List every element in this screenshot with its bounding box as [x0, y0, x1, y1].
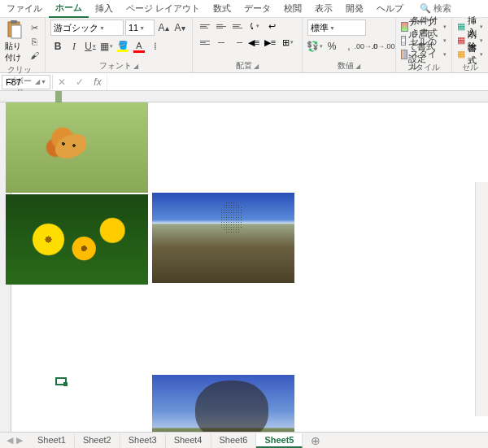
chevron-down-icon: ▼ — [329, 25, 335, 31]
chevron-down-icon: ▼ — [139, 25, 145, 31]
font-name-value: 游ゴシック — [54, 22, 98, 34]
number-launcher[interactable]: ◢ — [355, 63, 360, 70]
decrease-font-button[interactable]: A▾ — [172, 20, 187, 35]
paste-icon — [5, 20, 24, 39]
new-sheet-button[interactable]: ⊕ — [303, 434, 329, 447]
formula-input[interactable] — [107, 73, 488, 90]
active-cell-cursor — [55, 377, 67, 385]
tab-help[interactable]: ヘルプ — [370, 0, 410, 17]
decrease-decimal-button[interactable]: .0→.00 — [376, 39, 390, 54]
vertical-scrollbar[interactable] — [475, 182, 488, 416]
font-size-combo[interactable]: 11▼ — [125, 20, 155, 36]
font-name-combo[interactable]: 游ゴシック▼ — [50, 20, 124, 36]
svg-rect-2 — [11, 20, 17, 24]
cell-styles-icon — [401, 50, 407, 59]
styles-group-label: スタイル — [407, 62, 440, 73]
border-button[interactable]: ▦▾ — [99, 39, 114, 54]
tab-file[interactable]: ファイル — [0, 0, 49, 17]
enter-formula-button[interactable]: ✓ — [71, 76, 89, 88]
underline-button[interactable]: U▾ — [83, 39, 98, 54]
format-painter-button[interactable]: 🖌 — [28, 50, 40, 61]
alignment-group-label: 配置 — [236, 60, 252, 72]
image-bare-tree-field-path-sky[interactable] — [152, 193, 294, 283]
align-right-button[interactable] — [230, 36, 245, 49]
cancel-formula-button[interactable]: ✕ — [53, 76, 71, 88]
group-cells: ▦挿入▾ ▦削除▾ ▦書式▾ セル — [452, 18, 488, 72]
tab-formulas[interactable]: 数式 — [207, 0, 237, 17]
fill-color-button[interactable]: 🪣 — [115, 39, 130, 54]
font-color-button[interactable]: A — [132, 39, 146, 54]
number-format-combo[interactable]: 標準▼ — [307, 20, 366, 36]
align-bottom-button[interactable] — [230, 20, 245, 33]
percent-button[interactable]: % — [325, 39, 339, 54]
tab-developer[interactable]: 開発 — [339, 0, 370, 17]
align-center-button[interactable] — [214, 36, 229, 49]
paste-button[interactable]: 貼り付け — [5, 20, 24, 63]
image-leafless-tree-lakeside[interactable] — [152, 375, 294, 433]
copy-button[interactable]: ⎘ — [28, 36, 40, 47]
merge-button[interactable]: ⊞▾ — [279, 36, 297, 49]
column-headers[interactable] — [0, 91, 488, 102]
tab-view[interactable]: 表示 — [308, 0, 339, 17]
format-icon: ▦ — [457, 49, 465, 59]
search-icon: 🔍 — [420, 3, 431, 14]
svg-rect-1 — [11, 25, 21, 38]
sheet-tab-sheet5[interactable]: Sheet5 — [256, 433, 303, 448]
embedded-images — [6, 102, 148, 433]
chevron-down-icon: ▾ — [110, 43, 113, 50]
align-top-button[interactable] — [198, 20, 212, 33]
increase-indent-button[interactable]: ▶≡ — [263, 36, 277, 49]
increase-font-button[interactable]: A▴ — [156, 20, 171, 35]
align-left-button[interactable] — [198, 36, 212, 49]
chevron-down-icon: ▼ — [99, 25, 105, 31]
alignment-launcher[interactable]: ◢ — [254, 63, 259, 70]
name-box[interactable]: F87▼ — [2, 75, 50, 89]
cut-button[interactable]: ✂ — [28, 22, 40, 33]
group-font: 游ゴシック▼ 11▼ A▴ A▾ B I U▾ ▦▾ 🪣 A ⁞ フォント◢ — [46, 18, 193, 72]
image-yellow-flowers-green-leaves[interactable] — [6, 194, 148, 285]
chevron-down-icon: ▾ — [93, 43, 96, 50]
number-group-label: 数値 — [338, 60, 354, 72]
formula-bar: F87▼ ✕ ✓ fx — [0, 73, 488, 91]
search-label: 検索 — [434, 2, 451, 15]
decrease-indent-button[interactable]: ◀≡ — [246, 36, 261, 49]
group-clipboard: 貼り付け ✂ ⎘ 🖌 クリップボード◢ — [0, 18, 46, 72]
insert-icon: ▦ — [457, 21, 465, 32]
sheet-nav-prev[interactable]: ◀ — [7, 435, 13, 446]
sheet-tab-sheet2[interactable]: Sheet2 — [75, 433, 120, 448]
phonetic-button[interactable]: ⁞ — [148, 39, 163, 54]
bold-button[interactable]: B — [50, 39, 65, 54]
cell-styles-button[interactable]: セルのスタイル▾ — [401, 47, 447, 61]
format-cells-button[interactable]: ▦書式▾ — [457, 47, 483, 61]
sheet-tab-sheet4[interactable]: Sheet4 — [166, 433, 211, 448]
italic-button[interactable]: I — [67, 39, 81, 54]
sheet-tab-sheet6[interactable]: Sheet6 — [211, 433, 257, 448]
tab-page-layout[interactable]: ページ レイアウト — [120, 0, 207, 17]
chevron-down-icon: ▼ — [41, 79, 46, 85]
wrap-text-button[interactable]: ↩ — [263, 20, 281, 33]
tab-review[interactable]: 校閲 — [277, 0, 308, 17]
group-alignment: ⤹▾ ↩ ◀≡ ▶≡ ⊞▾ 配置◢ — [193, 18, 303, 72]
conditional-format-icon — [401, 22, 408, 32]
accounting-format-button[interactable]: 💱▾ — [307, 39, 322, 54]
orientation-button[interactable]: ⤹▾ — [246, 20, 261, 33]
tab-data[interactable]: データ — [237, 0, 277, 17]
worksheet-area[interactable] — [0, 91, 488, 433]
group-styles: 条件付き書式▾ テーブルとして書式設定▾ セルのスタイル▾ スタイル — [396, 18, 452, 72]
cells-group-label: セル — [462, 62, 478, 73]
bucket-icon: 🪣 — [118, 41, 128, 50]
sheet-tab-sheet1[interactable]: Sheet1 — [29, 433, 75, 448]
table-format-icon — [401, 36, 406, 46]
delete-icon: ▦ — [457, 35, 465, 46]
insert-function-button[interactable]: fx — [89, 76, 107, 88]
sheet-tab-sheet3[interactable]: Sheet3 — [120, 433, 166, 448]
align-middle-button[interactable] — [214, 20, 229, 33]
font-launcher[interactable]: ◢ — [133, 63, 138, 70]
image-butterfly-on-purple-flowers[interactable] — [6, 102, 148, 193]
tab-insert[interactable]: 挿入 — [89, 0, 120, 17]
paste-label: 貼り付け — [5, 41, 24, 63]
sheet-nav-next[interactable]: ▶ — [16, 435, 23, 446]
sheet-tab-bar: ◀ ▶ Sheet1Sheet2Sheet3Sheet4Sheet6Sheet5… — [0, 432, 488, 448]
ribbon: 貼り付け ✂ ⎘ 🖌 クリップボード◢ 游ゴシック▼ 11▼ A▴ A▾ B I… — [0, 18, 488, 73]
tab-home[interactable]: ホーム — [49, 0, 89, 18]
